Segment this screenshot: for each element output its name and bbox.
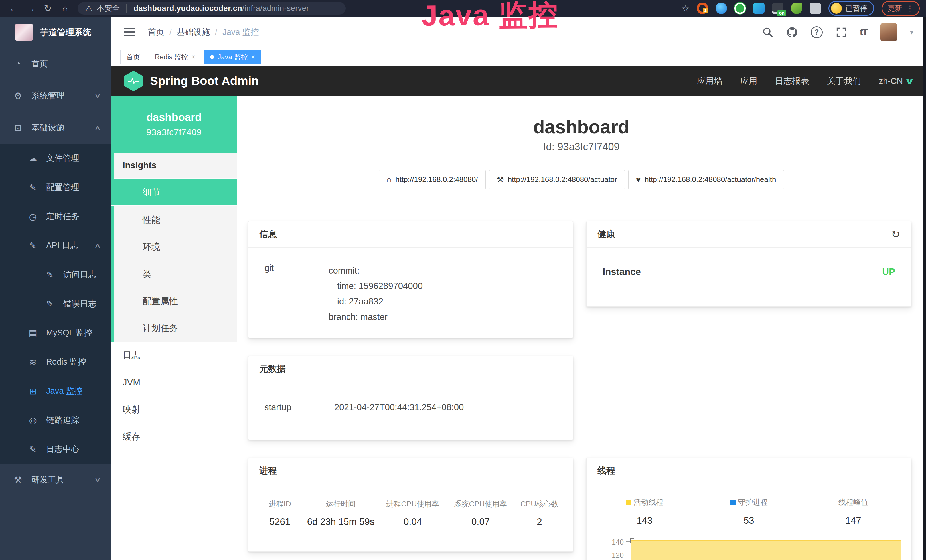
screen: ← → ↻ ⌂ ⚠ 不安全 │ dashboard.yudao.iocoder.… [0, 0, 926, 560]
sidebar-item-infrastructure[interactable]: ⊡ 基础设施 ∧ [0, 112, 111, 144]
legend-live: 活动线程 [592, 497, 697, 507]
tab-java-monitor[interactable]: Java 监控 × [204, 50, 261, 65]
threads-daemon-col: 守护进程 53 [697, 497, 801, 526]
sba-insights-group: Insights 细节 性能 环境 类 配置属性 计划任务 [111, 153, 237, 342]
sba-side-item-scheduledtasks[interactable]: 计划任务 [113, 315, 237, 342]
sidebar-item-label: 文件管理 [46, 153, 79, 164]
browser-reload-icon[interactable]: ↻ [41, 3, 55, 14]
health-card-title: 健康 ↺ [587, 221, 911, 248]
browser-back-icon[interactable]: ← [6, 3, 21, 14]
hamburger-icon[interactable] [124, 31, 135, 33]
column-header: 进程CPU使用率 [379, 499, 446, 509]
fullscreen-icon[interactable] [836, 27, 847, 38]
sba-brand-title: Spring Boot Admin [150, 74, 259, 88]
sidebar-item-tracing[interactable]: ◎ 链路追踪 [0, 406, 111, 435]
github-icon[interactable] [786, 27, 798, 38]
extension-leaf-icon[interactable] [791, 3, 802, 14]
actuator-url: http://192.168.0.2:48080/actuator [508, 175, 617, 184]
topbar: 首页 / 基础设施 / Java 监控 ? tT ▾ [111, 17, 926, 48]
sba-side-item-mappings[interactable]: 映射 [111, 396, 237, 423]
sba-side-item-logfile[interactable]: 日志 [111, 342, 237, 369]
sidebar-item-label: 配置管理 [46, 182, 79, 193]
extension-onetab-icon[interactable]: on [772, 3, 784, 14]
sba-nav-wallboard[interactable]: 应用墙 [697, 75, 722, 87]
sidebar-item-mysql-monitor[interactable]: ▤ MySQL 监控 [0, 318, 111, 348]
sba-nav-about[interactable]: 关于我们 [827, 75, 861, 87]
health-row-instance[interactable]: Instance UP [587, 248, 911, 277]
sba-side-item-jvm[interactable]: JVM [111, 369, 237, 396]
sba-side-item-environment[interactable]: 环境 [113, 233, 237, 260]
sba-body: dashboard 93a3fc7f7409 Insights 细节 性能 环境… [111, 96, 926, 560]
history-icon[interactable]: ↺ [891, 228, 900, 241]
sidebar-item-error-logs[interactable]: ✎ 错误日志 [0, 289, 111, 318]
axis-tick-mark [626, 555, 630, 555]
bookmark-star-icon[interactable]: ☆ [682, 3, 689, 14]
close-icon[interactable]: × [251, 53, 255, 61]
browser-forward-icon[interactable]: → [23, 3, 38, 14]
edit-icon: ✎ [26, 444, 39, 455]
sba-side-item-classes[interactable]: 类 [113, 260, 237, 288]
app-title: 芋道管理系统 [40, 27, 91, 38]
service-url-button[interactable]: ⌂ http://192.168.0.2:48080/ [379, 170, 486, 189]
sidebar-item-api-logs[interactable]: ✎ API 日志 ∧ [0, 231, 111, 260]
sba-side-item-metrics[interactable]: 性能 [113, 206, 237, 233]
sba-locale-select[interactable]: zh-CN ∨ [879, 76, 913, 86]
extension-grid-icon[interactable] [753, 3, 764, 14]
edit-icon: ✎ [43, 269, 56, 280]
font-size-icon[interactable]: tT [860, 27, 867, 37]
card-title-text: 元数据 [259, 363, 286, 375]
sidebar-item-scheduled-jobs[interactable]: ◷ 定时任务 [0, 202, 111, 231]
tab-redis-monitor[interactable]: Redis 监控 × [149, 50, 201, 65]
sidebar-item-system[interactable]: ⚙ 系统管理 ∨ [0, 80, 111, 112]
health-url-button[interactable]: ♥ http://192.168.0.2:48080/actuator/heal… [628, 170, 784, 189]
sba-nav-journal[interactable]: 日志报表 [775, 75, 809, 87]
sidebar-item-redis-monitor[interactable]: ≋ Redis 监控 [0, 348, 111, 377]
sidebar-item-log-center[interactable]: ✎ 日志中心 [0, 435, 111, 464]
sidebar-item-config-management[interactable]: ✎ 配置管理 [0, 173, 111, 202]
sidebar-item-home[interactable]: ◔ 首页 [0, 48, 111, 80]
actuator-url-button[interactable]: ⚒ http://192.168.0.2:48080/actuator [489, 170, 625, 189]
row-divider [602, 288, 895, 288]
tab-home[interactable]: 首页 [120, 50, 146, 65]
help-icon[interactable]: ? [811, 26, 823, 38]
sba-main: dashboard Id: 93a3fc7f7409 ⌂ http://192.… [237, 96, 926, 560]
user-menu-caret-icon[interactable]: ▾ [910, 28, 914, 36]
extensions-puzzle-icon[interactable] [809, 3, 821, 14]
browser-menu-icon[interactable]: ⋮ [906, 4, 914, 13]
browser-home-icon[interactable]: ⌂ [57, 3, 73, 14]
sba-nav-applications[interactable]: 应用 [740, 75, 757, 87]
extension-y-icon[interactable] [734, 3, 746, 14]
search-icon[interactable] [762, 27, 773, 38]
sba-side-item-caches[interactable]: 缓存 [111, 423, 237, 450]
breadcrumb-home[interactable]: 首页 [148, 27, 164, 38]
cell-value: 0.07 [446, 516, 514, 527]
sidebar-item-access-logs[interactable]: ✎ 访问日志 [0, 260, 111, 289]
extension-badge: 1 [703, 8, 708, 14]
user-avatar[interactable] [881, 23, 897, 41]
sidebar-item-label: 日志中心 [46, 443, 79, 455]
close-icon[interactable]: × [191, 53, 195, 61]
edit-square-icon: ✎ [26, 241, 39, 251]
sba-side-item-configprops[interactable]: 配置属性 [113, 288, 237, 315]
extension-pin-icon[interactable] [716, 3, 727, 14]
app-logo-row[interactable]: 芋道管理系统 [0, 17, 111, 48]
sidebar-item-file-management[interactable]: ☁ 文件管理 [0, 144, 111, 173]
toolbox-icon: ⚒ [11, 475, 24, 485]
instance-name: dashboard [146, 111, 202, 124]
health-instance-label: Instance [602, 266, 641, 277]
browser-profile-chip[interactable]: 已暂停 [828, 1, 874, 16]
update-button[interactable]: 更新 ⋮ [882, 1, 920, 16]
table-icon: ▤ [26, 328, 39, 338]
active-tab-dot [210, 55, 214, 59]
address-bar[interactable]: ⚠ 不安全 │ dashboard.yudao.iocoder.cn/infra… [77, 2, 346, 15]
sba-side-item-details[interactable]: 细节 [111, 179, 237, 206]
url-path: /infra/admin-server [242, 4, 309, 12]
monitor-icon: ⊡ [11, 123, 24, 133]
sidebar-item-devtools[interactable]: ⚒ 研发工具 ∨ [0, 464, 111, 496]
sidebar-item-java-monitor[interactable]: ⊞ Java 监控 [0, 377, 111, 406]
profile-avatar-emoji [831, 3, 842, 14]
column-header: 系统CPU使用率 [446, 499, 514, 509]
breadcrumb-section[interactable]: 基础设施 [177, 27, 210, 38]
extension-oneclick-icon[interactable]: 1 [697, 3, 708, 14]
threads-live-col: 活动线程 143 [592, 497, 697, 526]
